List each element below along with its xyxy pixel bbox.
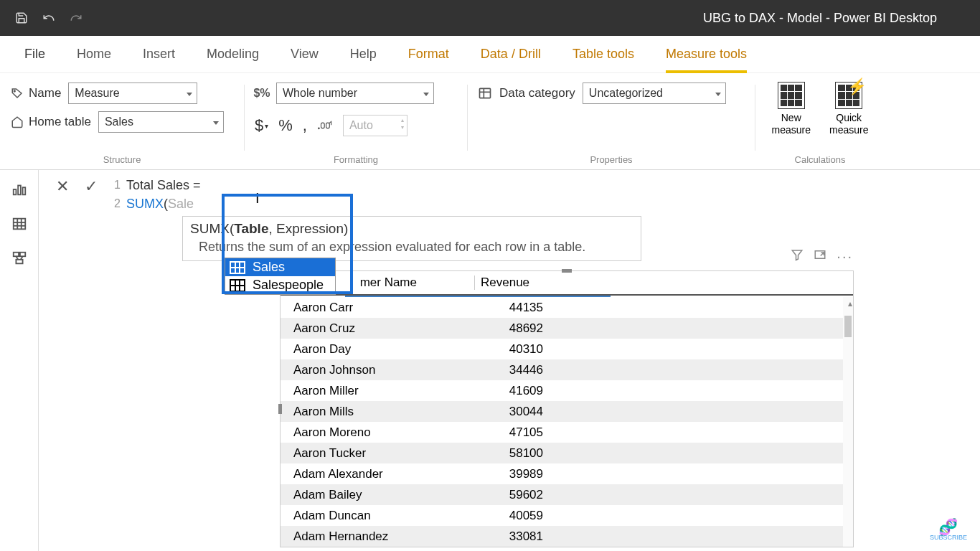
ribbon-tab-help[interactable]: Help xyxy=(334,36,392,73)
ribbon-tabs: FileHomeInsertModelingViewHelpFormatData… xyxy=(0,36,980,73)
table-row[interactable]: Aaron Carr44135 xyxy=(281,297,853,318)
undo-icon[interactable] xyxy=(42,11,56,25)
ribbon-tab-insert[interactable]: Insert xyxy=(127,36,191,73)
ribbon-tab-view[interactable]: View xyxy=(275,36,334,73)
scrollbar[interactable]: ▴ xyxy=(843,297,853,547)
report-view-button[interactable] xyxy=(9,180,30,199)
table-row[interactable]: Aaron Moreno47105 xyxy=(281,422,853,443)
calculator-icon xyxy=(778,82,805,109)
titlebar: UBG to DAX - Model - Power BI Desktop xyxy=(0,0,980,36)
decimal-button[interactable] xyxy=(317,119,333,132)
lightning-icon: ⚡ xyxy=(847,77,867,96)
window-title: UBG to DAX - Model - Power BI Desktop xyxy=(83,11,966,26)
svg-rect-4 xyxy=(480,88,491,98)
quick-measure-button[interactable]: ⚡ Quick measure xyxy=(824,82,874,136)
svg-rect-15 xyxy=(13,253,18,257)
column-header-revenue[interactable]: Revenue xyxy=(474,276,553,290)
commit-formula-button[interactable]: ✓ xyxy=(80,176,102,197)
svg-rect-10 xyxy=(13,219,25,230)
format-icon: $% xyxy=(255,86,269,100)
formula-bar: ✕ ✓ 1 Total Sales = 2 SUMX( Sale xyxy=(52,176,822,213)
group-label-structure: Structure xyxy=(10,151,234,169)
redo-icon[interactable] xyxy=(69,11,83,25)
table-row[interactable]: Aaron Miller41609 xyxy=(281,380,853,401)
resize-handle[interactable] xyxy=(278,404,282,414)
comma-button[interactable]: , xyxy=(303,116,307,135)
filter-icon[interactable] xyxy=(791,248,804,265)
ribbon: Name Measure Home table Sales Structure xyxy=(0,73,980,170)
table-row[interactable]: Aaron Tucker58100 xyxy=(281,443,853,463)
table-row[interactable]: Aaron Mills30044 xyxy=(281,401,853,422)
svg-point-0 xyxy=(14,90,15,92)
subscribe-watermark: 🧬 SUBSCRIBE xyxy=(930,521,967,541)
svg-marker-20 xyxy=(793,250,803,260)
model-view-button[interactable] xyxy=(9,249,30,268)
name-input[interactable]: Measure xyxy=(68,83,197,104)
ribbon-tab-home[interactable]: Home xyxy=(61,36,127,73)
group-label-formatting: Formatting xyxy=(255,151,457,169)
svg-point-1 xyxy=(319,128,320,129)
more-options-icon[interactable]: ··· xyxy=(837,248,853,265)
ribbon-tab-format[interactable]: Format xyxy=(392,36,465,73)
home-table-select[interactable]: Sales xyxy=(98,111,224,133)
svg-rect-16 xyxy=(19,253,24,257)
cancel-formula-button[interactable]: ✕ xyxy=(52,176,73,197)
table-row[interactable]: Aaron Cruz48692 xyxy=(281,318,853,339)
scrollbar-thumb[interactable] xyxy=(844,316,852,337)
currency-button[interactable]: $▾ xyxy=(255,116,268,135)
percent-button[interactable]: % xyxy=(278,116,293,135)
group-label-properties: Properties xyxy=(478,151,745,169)
table-row[interactable]: Adam Bailey59602 xyxy=(281,484,853,505)
tag-icon xyxy=(10,86,24,100)
data-category-label: Data category xyxy=(499,86,575,100)
table-visual[interactable]: ··· mer Name Revenue Aaron Carr44135Aaro… xyxy=(280,270,854,547)
svg-rect-7 xyxy=(13,189,16,194)
table-row[interactable]: Adam Alexander39989 xyxy=(281,463,853,484)
table-row[interactable]: Aaron Johnson34446 xyxy=(281,359,853,380)
data-view-button[interactable] xyxy=(9,215,30,233)
ribbon-tab-modeling[interactable]: Modeling xyxy=(191,36,275,73)
category-icon xyxy=(478,86,492,100)
focus-mode-icon[interactable] xyxy=(814,248,826,265)
dna-icon: 🧬 xyxy=(930,521,967,534)
svg-rect-17 xyxy=(16,260,22,264)
svg-rect-8 xyxy=(18,186,21,195)
home-icon xyxy=(10,115,24,129)
intellisense-item[interactable]: Salespeople xyxy=(225,276,335,294)
table-row[interactable]: Adam Duncan40059 xyxy=(281,505,853,526)
svg-rect-2 xyxy=(321,123,324,128)
view-rail xyxy=(0,170,39,551)
table-row[interactable]: Adam Hernandez33081 xyxy=(281,526,853,547)
ribbon-tab-measure-tools[interactable]: Measure tools xyxy=(650,36,763,73)
intellisense-list: SalesSalespeople xyxy=(225,258,336,295)
save-icon[interactable] xyxy=(14,11,29,25)
svg-rect-3 xyxy=(326,123,330,128)
ribbon-tab-data-drill[interactable]: Data / Drill xyxy=(465,36,557,73)
data-category-select[interactable]: Uncategorized xyxy=(583,83,726,104)
table-header: mer Name Revenue xyxy=(281,271,853,296)
ribbon-tab-table-tools[interactable]: Table tools xyxy=(557,36,650,73)
intellisense-tooltip: SUMX(Table, Expression) Returns the sum … xyxy=(182,216,641,261)
table-icon xyxy=(230,279,245,292)
new-measure-button[interactable]: New measure xyxy=(766,82,816,136)
home-table-label: Home table xyxy=(10,115,91,129)
intellisense-item-label: Salespeople xyxy=(253,278,324,293)
group-label-calculations: Calculations xyxy=(765,151,875,169)
format-select[interactable]: Whole number xyxy=(276,83,434,104)
decimal-places-input[interactable]: Auto ▴▾ xyxy=(343,115,407,136)
resize-handle[interactable] xyxy=(562,269,572,273)
intellisense-item[interactable]: Sales xyxy=(225,258,335,276)
name-label: Name xyxy=(10,86,61,100)
table-icon xyxy=(230,261,245,274)
formula-editor[interactable]: 1 Total Sales = 2 SUMX( Sale xyxy=(109,176,822,213)
ribbon-tab-file[interactable]: File xyxy=(9,36,61,73)
table-row[interactable]: Aaron Day40310 xyxy=(281,339,853,359)
svg-rect-9 xyxy=(22,187,25,194)
intellisense-item-label: Sales xyxy=(253,260,285,275)
